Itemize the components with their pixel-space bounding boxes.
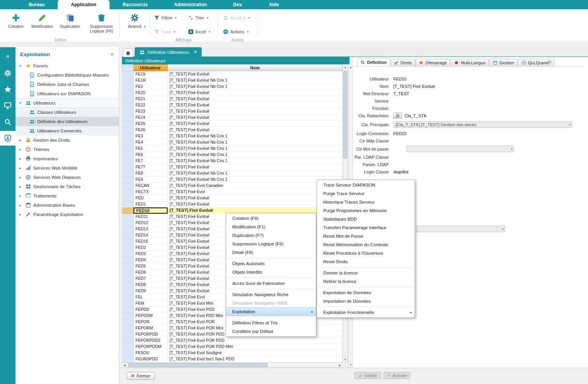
name-cell[interactable]: [T_TEST] Fixé Evolué Nb Cnx 1	[168, 77, 343, 84]
actions-button[interactable]: Actions▾	[221, 27, 250, 36]
tree-node[interactable]: Services Web Diapason	[15, 173, 119, 182]
user-cell[interactable]: FE19	[134, 71, 168, 77]
user-cell[interactable]: FECAN	[134, 183, 168, 189]
expander-icon[interactable]	[19, 138, 23, 142]
expander-icon[interactable]	[19, 157, 23, 161]
table-row[interactable]: FE24 [T_TEST] Fixé Evolué	[122, 115, 343, 121]
name-cell[interactable]: [T_TEST] Fixé Evolué Nb Cnx 1	[168, 133, 343, 139]
detail-tab[interactable]: Gestion	[489, 59, 518, 66]
scroll-up-arrow[interactable]: ▲	[348, 65, 353, 70]
user-cell[interactable]: FEPOR	[134, 319, 168, 325]
avance-dropdown-arrow[interactable]: ▾	[144, 25, 146, 29]
tree-node[interactable]: Administration Bases	[15, 201, 119, 210]
row-selector-cell[interactable]	[122, 232, 134, 238]
table-row[interactable]: FE25 [T_TEST] Fixé Evolué	[122, 121, 343, 127]
user-cell[interactable]: FEUNSPDD	[134, 356, 168, 362]
context-menu-item[interactable]: Exploitation ▸	[226, 307, 316, 316]
row-selector-cell[interactable]	[122, 269, 134, 276]
tree-node[interactable]: Configuration Bibliothèques Maestro	[15, 70, 119, 80]
name-cell[interactable]: [T_TEST] Fixé Evolué Nb Cnx 1	[168, 152, 343, 158]
user-cell[interactable]: FED9	[134, 288, 168, 294]
name-cell[interactable]: [T_TEST] Fixé Evolué	[168, 127, 343, 133]
table-row[interactable]: FE1R [T_TEST] Fixé Evolué Nb Cnx 1	[122, 77, 343, 84]
user-cell[interactable]: FED7	[134, 276, 168, 282]
context-menu-item[interactable]: Détail (F8) ▸	[226, 248, 316, 257]
name-cell[interactable]: [T_TEST] Fixé Evolué	[168, 164, 343, 170]
row-selector-cell[interactable]	[122, 338, 134, 344]
table-row[interactable]: FED [T_TEST] Fixé Evolué	[122, 195, 343, 201]
row-selector-cell[interactable]	[122, 158, 134, 164]
row-selector-cell[interactable]	[122, 226, 134, 232]
user-cell[interactable]: FEM	[134, 300, 168, 307]
row-selector-cell[interactable]	[122, 207, 134, 214]
user-cell[interactable]: FE22	[134, 102, 168, 108]
favorites-strip-button[interactable]	[0, 82, 15, 97]
tree-node[interactable]: Utilisateurs	[15, 98, 119, 108]
row-selector-cell[interactable]	[122, 189, 134, 195]
row-selector-cell[interactable]	[122, 319, 134, 325]
user-cell[interactable]: FEPDDM	[134, 313, 168, 319]
user-cell[interactable]: FE6	[134, 152, 168, 158]
user-cell[interactable]: FE7	[134, 158, 168, 164]
table-row[interactable]: FE23 [T_TEST] Fixé Evolué	[122, 108, 343, 115]
table-row[interactable]: FEPORPDDM [T_TEST] Fixé Evol POR PDD Min…	[122, 344, 343, 350]
user-cell[interactable]: FE5	[134, 146, 168, 152]
tree-node[interactable]: Thèmes	[15, 145, 119, 154]
context-menu-item[interactable]: Simulation Navigateur Riche ▸	[226, 290, 316, 299]
row-selector-cell[interactable]	[122, 294, 134, 300]
search-strip-button[interactable]	[0, 115, 15, 129]
expander-icon[interactable]	[19, 101, 23, 105]
context-menu-item[interactable]: ▸	[227, 258, 315, 258]
home-tab[interactable]	[123, 48, 133, 57]
monitor-strip-button[interactable]	[0, 98, 15, 113]
expander-icon[interactable]	[19, 213, 23, 216]
row-selector-cell[interactable]	[122, 84, 134, 90]
submenu-item[interactable]: Reset Mot de Passe ▸	[317, 232, 415, 240]
row-selector-cell[interactable]	[122, 313, 134, 319]
user-cell[interactable]: FED13	[134, 226, 168, 232]
trier-button[interactable]: Trier▾	[187, 13, 210, 22]
tree-node[interactable]: Services Web Mobilité	[15, 163, 119, 173]
table-row[interactable]: FE21 [T_TEST] Fixé Evolué	[122, 96, 343, 102]
expander-icon[interactable]	[19, 203, 23, 207]
menubar-tab[interactable]: Raccourcis	[110, 0, 161, 9]
row-selector-cell[interactable]	[122, 77, 134, 84]
name-cell[interactable]: [T_TEST] Fixé Evol POR PDD	[168, 338, 343, 344]
row-selector-cell[interactable]	[122, 251, 134, 257]
table-row[interactable]: FED1 [T_TEST] Fixé Evolué	[122, 201, 343, 207]
user-cell[interactable]: FE3	[134, 133, 168, 139]
row-selector-cell[interactable]	[122, 195, 134, 201]
expander-icon[interactable]	[19, 166, 23, 170]
scrollbar-thumb[interactable]	[343, 71, 347, 158]
user-cell[interactable]: FED15	[134, 238, 168, 245]
submenu-item[interactable]: ▸	[318, 267, 413, 267]
row-selector-cell[interactable]	[122, 331, 134, 338]
column-header-nom[interactable]: Nom	[168, 64, 343, 71]
scroll-down-arrow[interactable]: ▼	[348, 362, 353, 367]
row-selector-cell[interactable]	[122, 344, 134, 350]
user-cell[interactable]: FED11	[134, 214, 168, 220]
row-selector-cell[interactable]	[122, 96, 134, 102]
user-cell[interactable]: FEL	[134, 294, 168, 300]
submenu-item[interactable]: Reset Mémorisation du Contexte ▸	[317, 240, 415, 249]
table-row[interactable]: FE9 [T_TEST] Fixé Evolué Nb Cnx 1	[122, 177, 343, 183]
name-cell[interactable]: [T_TEST] Fixé Evol Souligné	[168, 350, 343, 356]
modification-button[interactable]: Modification	[29, 12, 55, 29]
tree-node[interactable]: Paramétrage Exploitation	[15, 210, 119, 219]
submenu-item[interactable]: Transfert Parametrage Interface ▸	[317, 223, 415, 232]
name-cell[interactable]: [T_TEST] Fixé Evol bur1 Nav1 PDD	[168, 356, 343, 362]
user-cell[interactable]: FED6	[134, 269, 168, 276]
name-cell[interactable]: [T_TEST] Fixé Evolué	[168, 115, 343, 121]
context-menu-item[interactable]: Création (F9) ▸	[226, 214, 316, 223]
expander-icon[interactable]	[19, 194, 23, 198]
tree-node[interactable]: Définition Jobs et Chaînes	[15, 80, 119, 89]
detail-tab[interactable]: Droits	[391, 59, 415, 66]
tree-node[interactable]: Définition des Utilisateurs	[15, 117, 119, 126]
context-menu-item[interactable]: Définition Filtres et Tris ▸	[226, 319, 316, 327]
row-selector-cell[interactable]	[122, 177, 134, 183]
row-selector-cell[interactable]	[122, 108, 134, 115]
fermer-button[interactable]: ✕ Fermer	[127, 372, 155, 380]
name-cell[interactable]: [T_TEST] Fixé Evol POR PDD Mini	[168, 344, 343, 350]
table-row[interactable]: FE20 [T_TEST] Fixé Evolué	[122, 90, 343, 96]
row-selector-cell[interactable]	[122, 356, 134, 362]
